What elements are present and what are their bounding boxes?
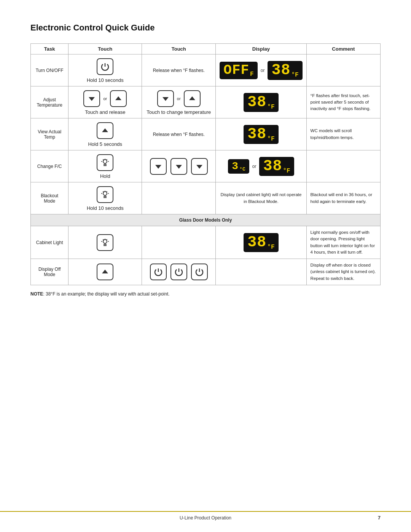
svg-marker-2 — [162, 97, 169, 101]
touch2-cell: or Touch to change temperature — [142, 86, 216, 118]
blackout-display-text: Display (and cabinet light) will not ope… — [221, 192, 302, 203]
glass-door-header: Glass Door Models Only — [31, 214, 381, 226]
display-38f-4: 38°F — [244, 233, 278, 252]
table-row: Display OffMode — [31, 259, 381, 285]
comment-cell — [306, 54, 380, 86]
up-arrow-button3 — [97, 122, 113, 139]
up-arrow-button — [110, 90, 127, 107]
down-arrow-button — [83, 90, 100, 107]
power-button4 — [191, 264, 208, 280]
svg-marker-35 — [102, 270, 108, 273]
light-bulb-button2 — [97, 186, 113, 203]
svg-marker-0 — [89, 97, 95, 101]
table-row: Turn ON/OFF Hold 10 seconds — [31, 54, 381, 86]
table-row: View ActualTemp Hold 5 seconds Release w… — [31, 118, 381, 150]
touch2-cell — [142, 226, 216, 259]
up-arrow-button2 — [184, 90, 201, 107]
display-cell: 38°F — [216, 86, 306, 118]
col-header-comment: Comment — [306, 44, 380, 54]
table-row: Change F/C — [31, 150, 381, 182]
col-header-touch1: Touch — [68, 44, 142, 54]
touch1-cell: Hold 10 seconds — [68, 54, 142, 86]
task-label: Change F/C — [31, 150, 68, 182]
touch1-cell — [68, 259, 142, 285]
touch1-sublabel: Hold — [100, 173, 110, 179]
touch1-cell: Hold 5 seconds — [68, 118, 142, 150]
touch2-cell — [142, 259, 216, 285]
svg-marker-16 — [196, 165, 202, 169]
task-label: Cabinet Light — [31, 226, 68, 259]
touch1-cell — [68, 226, 142, 259]
main-table: Task Touch Touch Display Comment Turn ON… — [30, 43, 381, 285]
display-cell: OFFF or 38°F — [216, 54, 306, 86]
display-cell: 3°C or 38°F — [216, 150, 306, 182]
touch2-instruction: Release when °F flashes. — [153, 132, 205, 137]
svg-marker-15 — [176, 165, 182, 169]
comment-cell: WC models will scroll top/mid/bottom tem… — [306, 118, 380, 150]
page-number: 7 — [264, 515, 381, 521]
display-3c: 3°C — [228, 159, 249, 174]
page-footer: U-Line Product Operation 7 — [0, 511, 411, 521]
col-header-display: Display — [216, 44, 306, 54]
comment-cell: Blackout will end in 36 hours, or hold a… — [306, 182, 380, 214]
svg-point-26 — [103, 240, 107, 243]
footer-center-text: U-Line Product Operation — [147, 515, 264, 521]
comment-cell: Display off when door is closed (unless … — [306, 259, 380, 285]
note-text: NOTE: 38°F is an example; the display wi… — [30, 291, 381, 298]
display-cell — [216, 259, 306, 285]
col-header-touch2: Touch — [142, 44, 216, 54]
task-label: Turn ON/OFF — [31, 54, 68, 86]
touch2-sublabel: Touch to change temperature — [147, 109, 211, 115]
power-button3 — [170, 264, 187, 280]
touch1-cell: Hold 10 seconds — [68, 182, 142, 214]
task-label: Display OffMode — [31, 259, 68, 285]
svg-marker-4 — [102, 128, 108, 132]
svg-line-12 — [107, 160, 107, 160]
down-arrow-button4 — [170, 158, 187, 175]
display-cell: 38°F — [216, 118, 306, 150]
task-label: View ActualTemp — [31, 118, 68, 150]
down-arrow-button5 — [191, 158, 208, 175]
table-row: AdjustTemperature or Touch and release — [31, 86, 381, 118]
page-title: Electronic Control Quick Guide — [30, 23, 381, 33]
table-row: Cabinet Light — [31, 226, 381, 259]
comment-cell — [306, 150, 380, 182]
touch1-sublabel: Hold 10 seconds — [87, 205, 124, 211]
table-row: Blackout Mode — [31, 182, 381, 214]
touch2-cell: Release when °F flashes. — [142, 118, 216, 150]
task-label: Blackout Mode — [31, 182, 68, 214]
svg-line-13 — [103, 160, 104, 160]
svg-marker-3 — [189, 96, 195, 100]
up-arrow-button4 — [97, 264, 113, 280]
svg-line-34 — [103, 239, 104, 240]
display-38f-3: 38°F — [259, 157, 294, 176]
display-38f-large: 38°F — [268, 61, 302, 80]
touch1-sublabel: Touch and release — [85, 109, 125, 115]
comment-cell: Light normally goes on/off with door ope… — [306, 226, 380, 259]
svg-marker-1 — [115, 96, 121, 100]
touch2-cell — [142, 150, 216, 182]
touch2-instruction: Release when °F flashes. — [153, 68, 205, 73]
col-header-task: Task — [31, 44, 68, 54]
glass-door-header-row: Glass Door Models Only — [31, 214, 381, 226]
svg-point-5 — [103, 160, 107, 163]
svg-point-17 — [103, 192, 107, 195]
task-label: AdjustTemperature — [31, 86, 68, 118]
touch2-cell: Release when °F flashes. — [142, 54, 216, 86]
power-button-icon — [97, 58, 113, 75]
display-cell: Display (and cabinet light) will not ope… — [216, 182, 306, 214]
light-bulb-button — [97, 154, 113, 171]
touch1-cell: or Touch and release — [68, 86, 142, 118]
light-bulb-button3 — [97, 234, 113, 251]
display-38f: 38°F — [244, 93, 278, 112]
svg-marker-14 — [155, 165, 161, 169]
svg-line-25 — [103, 192, 104, 192]
down-arrow-button2 — [157, 90, 174, 107]
display-off: OFFF — [220, 62, 257, 79]
comment-cell: °F flashes after first touch, set-point … — [306, 86, 380, 118]
svg-line-33 — [107, 239, 107, 240]
touch1-cell: Hold — [68, 150, 142, 182]
touch1-sublabel: Hold 5 seconds — [88, 141, 122, 147]
touch1-sublabel: Hold 10 seconds — [87, 77, 124, 83]
display-38f-2: 38°F — [244, 125, 278, 144]
